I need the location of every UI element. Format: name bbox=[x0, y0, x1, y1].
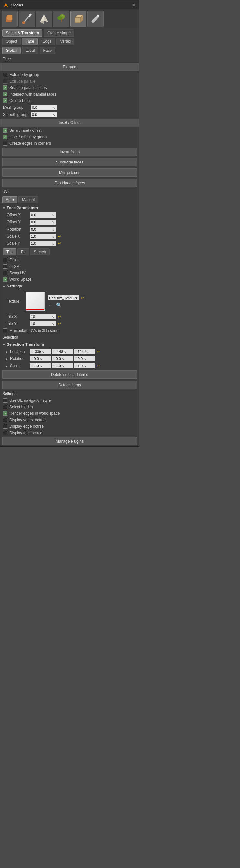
display-vertex-checkbox[interactable] bbox=[3, 417, 7, 422]
select-transform-tab[interactable]: Select & Transform bbox=[2, 29, 42, 37]
render-edges-label: Render edges in world space bbox=[9, 411, 137, 416]
location-x-input[interactable]: X -330 ↘ bbox=[30, 349, 51, 354]
scale-x-input-sel[interactable]: X 1.0 ↘ bbox=[30, 363, 51, 368]
vertex-tab[interactable]: Vertex bbox=[56, 38, 74, 45]
location-xyz: X -330 ↘ Y -148 ↘ Z 124.! ↘ ↩ bbox=[30, 349, 100, 354]
display-edge-checkbox[interactable] bbox=[3, 424, 7, 429]
wrench-icon bbox=[90, 13, 101, 25]
scale-y-value: 1.0 bbox=[31, 242, 36, 245]
flip-v-checkbox[interactable] bbox=[3, 264, 7, 269]
scale-x-sel-arrow: ↘ bbox=[39, 364, 42, 368]
object-tab[interactable]: Object bbox=[2, 38, 21, 45]
display-face-label: Display face octree bbox=[9, 431, 137, 435]
smooth-group-input[interactable]: 0.0 ↘ bbox=[31, 112, 57, 117]
location-reset[interactable]: ↩ bbox=[96, 349, 100, 354]
fit-btn[interactable]: Fit bbox=[18, 248, 29, 255]
scale-y-reset[interactable]: ↩ bbox=[58, 241, 61, 246]
location-row: ▶ Location X -330 ↘ Y -148 ↘ Z 124.! ↘ ↩ bbox=[0, 348, 139, 355]
scale-expand[interactable]: ▶ bbox=[5, 364, 8, 368]
face-tab[interactable]: Face bbox=[22, 38, 38, 45]
texture-dropdown[interactable]: GridBox_Defaul ▼ bbox=[48, 295, 79, 301]
display-face-checkbox[interactable] bbox=[3, 431, 7, 435]
rotation-y-arrow: ↘ bbox=[62, 357, 64, 361]
offset-y-input[interactable]: 0.0 ↘ bbox=[30, 219, 56, 225]
rotation-expand[interactable]: ▶ bbox=[5, 357, 8, 361]
tile-btn[interactable]: Tile bbox=[3, 248, 16, 255]
transform-mode-btn[interactable] bbox=[2, 11, 18, 27]
manage-plugins-button[interactable]: Manage Plugins bbox=[2, 437, 137, 445]
close-button[interactable]: × bbox=[132, 2, 137, 7]
rotation-z-input[interactable]: Z 0.0 ↘ bbox=[74, 356, 95, 361]
rotation-z-arrow: ↘ bbox=[83, 357, 86, 361]
foliage-mode-btn[interactable] bbox=[53, 11, 69, 27]
scale-x-reset[interactable]: ↩ bbox=[58, 234, 61, 239]
manipulate-uvs-checkbox[interactable] bbox=[3, 328, 7, 333]
location-y-input[interactable]: Y -148 ↘ bbox=[52, 349, 73, 354]
smart-inset-checkbox[interactable] bbox=[3, 128, 7, 133]
stretch-btn[interactable]: Stretch bbox=[30, 248, 50, 255]
flip-u-checkbox[interactable] bbox=[3, 258, 7, 262]
swap-uv-checkbox[interactable] bbox=[3, 271, 7, 275]
location-expand[interactable]: ▶ bbox=[5, 350, 8, 353]
texture-thumbnail[interactable] bbox=[26, 292, 45, 311]
global-tab[interactable]: Global bbox=[2, 47, 21, 54]
texture-search-icon[interactable]: 🔍 bbox=[56, 302, 62, 308]
texture-back-icon[interactable]: ← bbox=[48, 302, 53, 308]
wrench-mode-btn[interactable] bbox=[87, 11, 103, 27]
paint-mode-btn[interactable] bbox=[19, 11, 35, 27]
smart-inset-label: Smart inset / offset bbox=[9, 128, 137, 133]
scale-y-arrow: ↘ bbox=[52, 242, 54, 245]
auto-tab[interactable]: Auto bbox=[2, 196, 18, 203]
local-tab[interactable]: Local bbox=[22, 47, 38, 54]
delete-selected-button[interactable]: Delete selected items bbox=[2, 370, 137, 379]
flip-triangle-button[interactable]: Flip triangle faces bbox=[2, 179, 137, 187]
extrude-parallel-checkbox[interactable] bbox=[3, 79, 7, 84]
location-z-input[interactable]: Z 124.! ↘ bbox=[74, 349, 95, 354]
merge-faces-button[interactable]: Merge faces bbox=[2, 168, 137, 177]
settings2-label-text: Settings bbox=[2, 392, 16, 396]
inset-by-group-checkbox[interactable] bbox=[3, 135, 7, 139]
settings-collapse[interactable]: ▼ Settings bbox=[0, 283, 139, 290]
location-y-label: Y bbox=[53, 350, 55, 353]
mesh-group-input[interactable]: 0.0 ↘ bbox=[31, 105, 57, 110]
mesh-mode-btn[interactable] bbox=[70, 11, 87, 27]
use-ue-nav-checkbox[interactable] bbox=[3, 398, 7, 403]
extrude-by-group-checkbox[interactable] bbox=[3, 72, 7, 77]
scale-x-input[interactable]: 1.0 ↘ bbox=[30, 234, 56, 239]
tile-y-input[interactable]: 10 ↘ bbox=[30, 321, 56, 327]
face-coord-tab[interactable]: Face bbox=[39, 47, 55, 54]
rotation-uv-input[interactable]: 0.0 ↘ bbox=[30, 227, 56, 232]
snap-parallel-checkbox[interactable] bbox=[3, 86, 7, 90]
sculpt-mode-btn[interactable] bbox=[36, 11, 52, 27]
create-shape-tab[interactable]: Create shape bbox=[44, 29, 74, 37]
render-edges-checkbox[interactable] bbox=[3, 411, 7, 416]
world-space-checkbox[interactable] bbox=[3, 277, 7, 282]
subdivide-faces-button[interactable]: Subdivide faces bbox=[2, 158, 137, 166]
svg-rect-2 bbox=[7, 15, 12, 20]
selection-label-text: Selection bbox=[2, 335, 18, 340]
detach-items-button[interactable]: Detach items bbox=[2, 381, 137, 389]
texture-reset-icon[interactable]: ↩ bbox=[81, 296, 84, 300]
scale-sel-row: ▶ Scale X 1.0 ↘ Y 1.0 ↘ Z 1.0 ↘ ↩ bbox=[0, 362, 139, 369]
create-edges-corners-checkbox[interactable] bbox=[3, 141, 7, 146]
scale-y-input[interactable]: 1.0 ↘ bbox=[30, 241, 56, 246]
manual-tab[interactable]: Manual bbox=[19, 196, 38, 203]
tile-x-input[interactable]: 10 ↘ bbox=[30, 314, 56, 319]
scale-z-input-sel[interactable]: Z 1.0 ↘ bbox=[74, 363, 95, 368]
tile-x-reset[interactable]: ↩ bbox=[58, 314, 61, 319]
edge-tab[interactable]: Edge bbox=[39, 38, 55, 45]
create-holes-checkbox[interactable] bbox=[3, 98, 7, 103]
intersect-parallel-checkbox[interactable] bbox=[3, 92, 7, 96]
tile-y-reset[interactable]: ↩ bbox=[58, 321, 61, 326]
rotation-y-input[interactable]: Y 0.0 ↘ bbox=[52, 356, 73, 361]
face-params-title: Face Parameters bbox=[7, 206, 38, 210]
scale-reset[interactable]: ↩ bbox=[96, 364, 100, 368]
selection-transform-collapse[interactable]: ▼ Selection Transform bbox=[0, 341, 139, 348]
foliage-icon bbox=[55, 13, 67, 25]
offset-x-input[interactable]: 0.0 ↘ bbox=[30, 212, 56, 218]
face-params-collapse[interactable]: ▼ Face Parameters bbox=[0, 204, 139, 211]
invert-faces-button[interactable]: Invert faces bbox=[2, 148, 137, 156]
scale-y-input-sel[interactable]: Y 1.0 ↘ bbox=[52, 363, 73, 368]
select-hidden-checkbox[interactable] bbox=[3, 405, 7, 409]
rotation-x-input[interactable]: X 0.0 ↘ bbox=[30, 356, 51, 361]
